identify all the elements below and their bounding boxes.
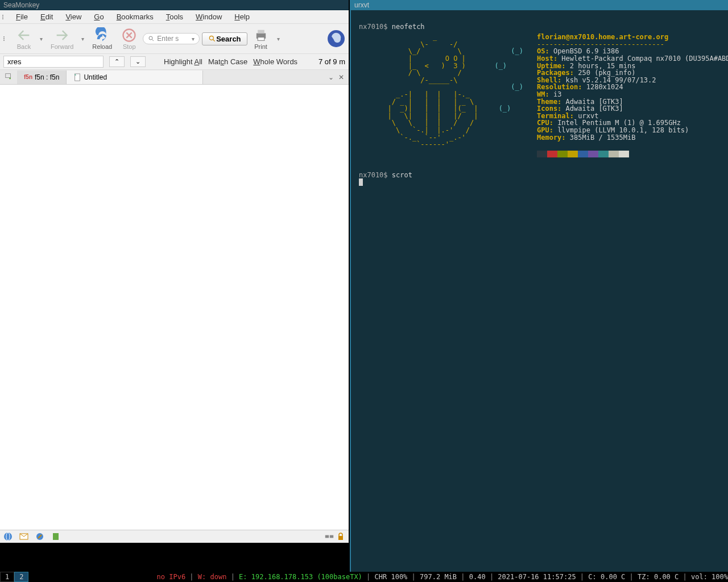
find-count: 7 of 9 m: [318, 57, 345, 66]
url-placeholder: Enter s: [157, 35, 179, 43]
menu-help[interactable]: Help: [229, 11, 255, 22]
highlight-all[interactable]: Highlight All: [164, 57, 202, 66]
menu-edit[interactable]: Edit: [35, 11, 59, 22]
stop-icon: [121, 27, 137, 43]
grip-handle[interactable]: [3, 36, 8, 41]
menu-view[interactable]: View: [60, 11, 87, 22]
svg-point-2: [210, 36, 214, 40]
menu-go[interactable]: Go: [88, 11, 109, 22]
find-prev[interactable]: ⌃: [109, 56, 125, 67]
url-bar[interactable]: Enter s ▾: [143, 33, 200, 44]
lock-icon: [336, 532, 345, 541]
menu-window[interactable]: Window: [190, 11, 228, 22]
forward-icon: [54, 27, 70, 43]
print-dropdown[interactable]: ▾: [275, 36, 282, 42]
neofetch-ascii: _ \- -/ \_/ \ (_) | O O | |_ < ) 3 ) (_)…: [359, 34, 523, 148]
neofetch-info: florian@nx7010.home.art-core.org -------…: [537, 34, 728, 157]
back-icon: [16, 27, 32, 43]
stop-button[interactable]: Stop: [118, 26, 140, 51]
svg-rect-4: [258, 30, 264, 34]
svg-rect-15: [330, 535, 333, 538]
tab-f5n[interactable]: f5n f5n : f5n: [17, 70, 67, 84]
i3bar: 1 2 no IPv6 | W: down | E: 192.168.178.1…: [0, 572, 728, 582]
new-tab-icon: [5, 72, 13, 80]
prompt: nx7010$: [359, 171, 392, 179]
cursor: [359, 178, 363, 186]
stop-label: Stop: [123, 43, 136, 50]
statusbar: [0, 530, 349, 543]
tab-list-dropdown[interactable]: ⌄: [328, 73, 334, 81]
svg-rect-13: [53, 533, 59, 540]
forward-button[interactable]: Forward: [47, 26, 77, 51]
tab-close[interactable]: ✕: [338, 73, 344, 81]
command: scrot: [392, 171, 412, 179]
svg-rect-7: [6, 74, 11, 78]
menubar: File Edit View Go Bookmarks Tools Window…: [0, 10, 349, 24]
mail-icon[interactable]: [19, 532, 28, 541]
seamonkey-window: SeaMonkey File Edit View Go Bookmarks To…: [0, 0, 349, 543]
print-icon: [253, 27, 269, 43]
svg-rect-14: [325, 535, 329, 538]
reload-icon: [94, 27, 110, 43]
reload-button[interactable]: Reload: [89, 26, 115, 51]
tab-label: Untitled: [84, 73, 107, 81]
tab-untitled[interactable]: Untitled: [67, 70, 203, 84]
print-label: Print: [254, 43, 267, 50]
page-icon: [73, 73, 81, 81]
back-dropdown[interactable]: ▾: [38, 36, 45, 42]
svg-point-9: [4, 533, 12, 541]
toolbar: Back ▾ Forward ▾ Reload Stop Enter s ▾ S…: [0, 24, 349, 54]
grip-handle[interactable]: [2, 11, 7, 22]
plug-icon: [325, 532, 334, 541]
url-dropdown-icon[interactable]: ▾: [192, 36, 195, 42]
composer-icon[interactable]: [35, 532, 44, 541]
back-label: Back: [17, 43, 31, 50]
menu-file[interactable]: File: [10, 11, 34, 22]
svg-point-1: [149, 36, 152, 40]
new-tab-button[interactable]: [0, 70, 17, 84]
forward-dropdown[interactable]: ▾: [79, 36, 86, 42]
search-label: Search: [216, 35, 241, 43]
window-title: SeaMonkey: [0, 0, 349, 10]
svg-rect-5: [258, 38, 264, 41]
workspace-1[interactable]: 1: [0, 572, 14, 582]
prompt: nx7010$: [359, 23, 392, 31]
tabstrip: f5n f5n : f5n Untitled ⌄ ✕: [0, 70, 349, 85]
reload-label: Reload: [92, 43, 112, 50]
window-title: urxvt: [351, 0, 728, 10]
tab-label: f5n : f5n: [35, 73, 59, 81]
workspace-2[interactable]: 2: [14, 572, 28, 582]
whole-words[interactable]: Whole Words: [253, 57, 297, 66]
seamonkey-logo-icon: [327, 30, 345, 48]
back-button[interactable]: Back: [13, 26, 35, 51]
search-icon: [148, 35, 155, 42]
content-area: [0, 85, 349, 530]
statusline: no IPv6 | W: down | E: 192.168.178.153 (…: [157, 573, 728, 581]
addressbook-icon[interactable]: [51, 532, 60, 541]
find-input[interactable]: [3, 56, 104, 68]
urxvt-window: urxvt nx7010$ neofetch _ \- -/ \_/ \ (_)…: [350, 0, 728, 572]
terminal[interactable]: nx7010$ neofetch _ \- -/ \_/ \ (_) | O O…: [351, 10, 728, 572]
f5n-favicon: f5n: [24, 74, 32, 80]
menu-tools[interactable]: Tools: [160, 11, 189, 22]
forward-label: Forward: [51, 43, 73, 50]
find-next[interactable]: ⌄: [130, 56, 146, 67]
menu-bookmarks[interactable]: Bookmarks: [111, 11, 159, 22]
search-icon: [208, 35, 216, 43]
print-button[interactable]: Print: [250, 26, 272, 51]
navigator-icon[interactable]: [3, 532, 13, 541]
match-case[interactable]: Match Case: [208, 57, 247, 66]
findbar: ⌃ ⌄ Highlight All Match Case Whole Words…: [0, 54, 349, 70]
command: neofetch: [392, 23, 425, 31]
search-button[interactable]: Search: [202, 32, 247, 45]
svg-rect-16: [338, 536, 343, 540]
